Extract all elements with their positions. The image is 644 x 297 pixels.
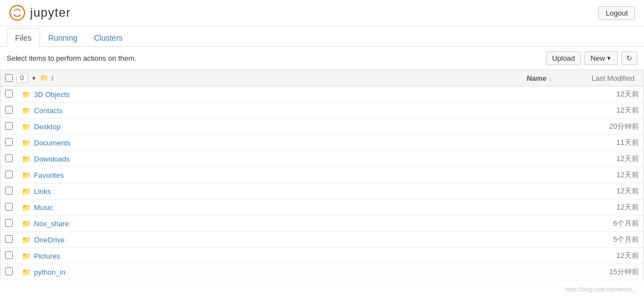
app-title: jupyter bbox=[30, 6, 71, 20]
new-dropdown-icon: ▼ bbox=[606, 55, 612, 61]
table-row: 📁 Links 12天前 bbox=[1, 183, 644, 199]
folder-icon: 📁 bbox=[22, 90, 31, 99]
table-row: 📁 Favorites 12天前 bbox=[1, 167, 644, 183]
logout-button[interactable]: Logout bbox=[598, 6, 635, 20]
file-name: Desktop bbox=[34, 123, 61, 131]
refresh-icon: ↻ bbox=[626, 54, 632, 62]
file-link[interactable]: 📁 Music bbox=[22, 203, 562, 212]
tab-clusters[interactable]: Clusters bbox=[86, 28, 131, 47]
row-modified-cell: 12天前 bbox=[566, 86, 644, 103]
row-checkbox-cell bbox=[1, 135, 18, 151]
folder-icon: 📁 bbox=[22, 106, 31, 115]
row-checkbox[interactable] bbox=[5, 267, 13, 275]
col-modified-header[interactable]: Last Modified bbox=[561, 74, 639, 82]
row-checkbox-cell bbox=[1, 199, 18, 216]
row-checkbox-cell bbox=[1, 103, 18, 119]
row-name-cell: 📁 Music bbox=[17, 199, 566, 216]
tab-files[interactable]: Files bbox=[7, 28, 40, 47]
list-header-left: 0 ▼ 📁 / bbox=[5, 73, 116, 83]
row-checkbox[interactable] bbox=[5, 235, 13, 243]
row-name-cell: 📁 OneDrive bbox=[17, 232, 566, 248]
logo: jupyter bbox=[9, 4, 71, 21]
file-link[interactable]: 📁 Pictures bbox=[22, 252, 562, 260]
row-checkbox[interactable] bbox=[5, 154, 13, 162]
toolbar-right: Upload New ▼ ↻ bbox=[546, 51, 637, 65]
row-checkbox[interactable] bbox=[5, 203, 13, 211]
file-link[interactable]: 📁 Favorites bbox=[22, 171, 562, 179]
file-name: Nox_share bbox=[34, 220, 69, 228]
file-link[interactable]: 📁 python_in bbox=[22, 268, 562, 276]
jupyter-logo-icon bbox=[9, 4, 26, 21]
list-header-right: Name ↓ Last Modified bbox=[526, 74, 639, 82]
row-checkbox-cell bbox=[1, 264, 18, 280]
row-name-cell: 📁 Links bbox=[17, 183, 566, 199]
folder-icon: 📁 bbox=[22, 139, 31, 147]
file-link[interactable]: 📁 Documents bbox=[22, 139, 562, 147]
row-modified-cell: 12天前 bbox=[566, 199, 644, 216]
breadcrumb-folder-icon: 📁 bbox=[40, 74, 48, 82]
row-modified-cell: 12天前 bbox=[566, 167, 644, 183]
row-checkbox[interactable] bbox=[5, 219, 13, 227]
row-modified-cell: 12天前 bbox=[566, 183, 644, 199]
breadcrumb-path[interactable]: / bbox=[52, 74, 54, 82]
file-name: Documents bbox=[34, 139, 71, 147]
row-name-cell: 📁 Downloads bbox=[17, 151, 566, 167]
row-modified-cell: 12天前 bbox=[566, 248, 644, 264]
file-name: OneDrive bbox=[34, 236, 65, 244]
row-checkbox-cell bbox=[1, 248, 18, 264]
row-checkbox-cell bbox=[1, 232, 18, 248]
row-modified-cell: 20分钟前 bbox=[566, 119, 644, 135]
upload-button[interactable]: Upload bbox=[546, 51, 581, 65]
row-checkbox-cell bbox=[1, 183, 18, 199]
row-checkbox[interactable] bbox=[5, 90, 13, 98]
file-link[interactable]: 📁 3D Objects bbox=[22, 90, 562, 99]
folder-icon: 📁 bbox=[22, 171, 31, 179]
row-name-cell: 📁 python_in bbox=[17, 264, 566, 280]
refresh-button[interactable]: ↻ bbox=[621, 51, 637, 65]
table-row: 📁 Nox_share 6个月前 bbox=[1, 216, 644, 232]
row-checkbox-cell bbox=[1, 151, 18, 167]
file-link[interactable]: 📁 Desktop bbox=[22, 123, 562, 131]
row-modified-cell: 12天前 bbox=[566, 151, 644, 167]
col-name-header[interactable]: Name ↓ bbox=[526, 74, 552, 82]
folder-icon: 📁 bbox=[22, 187, 31, 196]
file-link[interactable]: 📁 Downloads bbox=[22, 155, 562, 163]
row-name-cell: 📁 Desktop bbox=[17, 119, 566, 135]
file-link[interactable]: 📁 Contacts bbox=[22, 106, 562, 115]
table-row: 📁 python_in 15分钟前 bbox=[1, 264, 644, 280]
folder-icon: 📁 bbox=[22, 123, 31, 131]
file-name: Pictures bbox=[34, 252, 60, 260]
file-link[interactable]: 📁 OneDrive bbox=[22, 236, 562, 244]
help-text: Select items to perform actions on them. bbox=[7, 54, 136, 62]
row-name-cell: 📁 3D Objects bbox=[17, 86, 566, 103]
header: jupyter Logout bbox=[0, 0, 644, 26]
tab-running[interactable]: Running bbox=[40, 28, 86, 47]
file-name: Favorites bbox=[34, 171, 64, 179]
row-checkbox[interactable] bbox=[5, 122, 13, 130]
row-name-cell: 📁 Nox_share bbox=[17, 216, 566, 232]
dropdown-icon[interactable]: ▼ bbox=[31, 75, 37, 81]
row-checkbox-cell bbox=[1, 119, 18, 135]
table-row: 📁 Documents 11天前 bbox=[1, 135, 644, 151]
row-checkbox[interactable] bbox=[5, 251, 13, 259]
file-name: python_in bbox=[34, 268, 65, 276]
file-link[interactable]: 📁 Nox_share bbox=[22, 220, 562, 228]
select-all-checkbox[interactable] bbox=[5, 74, 13, 82]
file-link[interactable]: 📁 Links bbox=[22, 187, 562, 196]
row-checkbox-cell bbox=[1, 216, 18, 232]
file-name: Links bbox=[34, 187, 51, 196]
row-checkbox[interactable] bbox=[5, 187, 13, 194]
list-header-row: 0 ▼ 📁 / Name ↓ Last Modified bbox=[0, 70, 644, 86]
row-checkbox-cell bbox=[1, 167, 18, 183]
row-checkbox[interactable] bbox=[5, 138, 13, 146]
folder-icon: 📁 bbox=[22, 252, 31, 260]
row-checkbox[interactable] bbox=[5, 171, 13, 178]
row-modified-cell: 15分钟前 bbox=[566, 264, 644, 280]
row-name-cell: 📁 Favorites bbox=[17, 167, 566, 183]
new-button[interactable]: New ▼ bbox=[584, 51, 618, 65]
table-row: 📁 OneDrive 5个月前 bbox=[1, 232, 644, 248]
folder-icon: 📁 bbox=[22, 155, 31, 163]
toolbar: Select items to perform actions on them.… bbox=[0, 47, 644, 70]
row-modified-cell: 11天前 bbox=[566, 135, 644, 151]
row-checkbox[interactable] bbox=[5, 106, 13, 114]
